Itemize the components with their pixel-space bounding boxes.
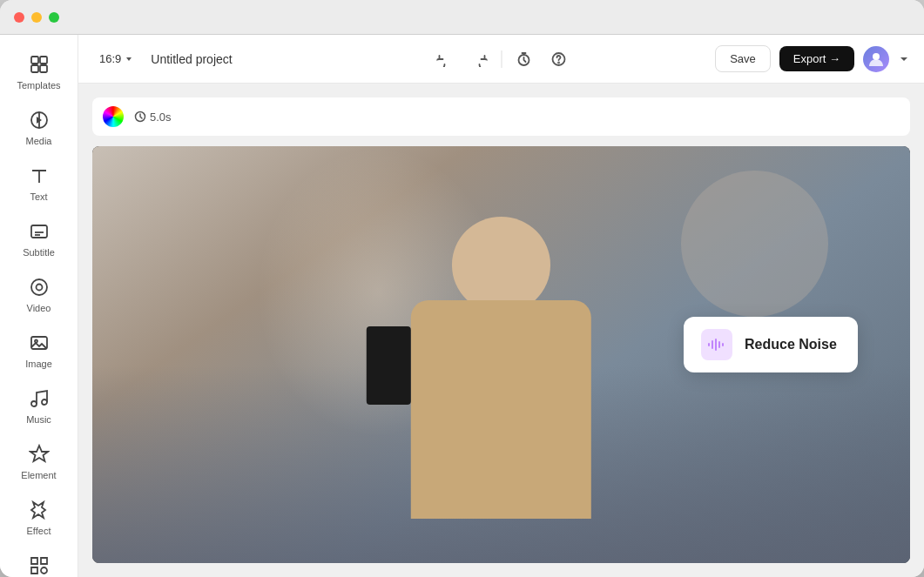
main-area: 16:9 Untitled project [78,35,924,577]
maximize-button[interactable] [49,12,59,23]
app-body: Templates Media [0,35,924,577]
svg-rect-24 [715,339,717,351]
undo-button[interactable] [431,46,457,72]
avatar-dropdown-icon [898,53,910,65]
titlebar [0,0,924,35]
image-label: Image [25,359,52,369]
svg-point-12 [36,285,42,291]
phone-prop [367,326,412,406]
person-silhouette [276,195,725,563]
svg-rect-1 [40,57,47,64]
app-window: Templates Media [0,0,924,577]
svg-rect-23 [712,340,713,349]
svg-rect-2 [31,65,38,72]
svg-point-15 [31,401,37,406]
tools-icon [27,554,51,577]
effect-label: Effect [27,526,51,536]
svg-point-20 [873,53,880,60]
element-icon [27,442,51,466]
sidebar-item-text[interactable]: Text [8,157,71,209]
reduce-noise-popup: Reduce Noise [684,317,858,372]
text-icon [27,164,51,188]
project-title: Untitled project [151,52,232,66]
duration-badge: 5.0s [134,111,172,124]
svg-point-16 [42,399,47,405]
sidebar: Templates Media [0,35,78,577]
sidebar-item-media[interactable]: Media [8,101,71,153]
video-icon [27,275,51,299]
svg-point-19 [558,62,559,63]
person-head [452,217,551,313]
video-background: Reduce Noise [92,146,910,563]
redo-button[interactable] [466,46,492,72]
save-button[interactable]: Save [715,45,771,72]
close-button[interactable] [14,12,24,23]
sidebar-item-templates[interactable]: Templates [8,45,71,97]
video-canvas: Reduce Noise [92,146,910,563]
export-label: Export → [793,52,840,65]
toolbar-divider [501,50,502,68]
content-area: 5.0s [78,84,924,577]
svg-point-11 [31,279,47,295]
toolbar-center [431,46,571,72]
element-label: Element [21,470,56,480]
svg-rect-22 [708,343,710,346]
timer-button[interactable] [510,46,536,72]
minimize-button[interactable] [31,12,42,23]
person-body [411,300,591,520]
help-button[interactable] [545,46,571,72]
svg-rect-3 [40,65,47,72]
toolbar-left: 16:9 Untitled project [92,49,233,69]
svg-point-14 [35,340,37,343]
toolbar: 16:9 Untitled project [78,35,924,84]
music-icon [27,386,51,411]
sidebar-item-video[interactable]: Video [8,268,71,320]
video-label: Video [27,303,51,313]
aspect-ratio-button[interactable]: 16:9 [92,49,140,69]
sidebar-item-effect[interactable]: Effect [8,491,71,543]
noise-icon-container [701,329,732,360]
sidebar-item-music[interactable]: Music [8,379,71,432]
sidebar-item-element[interactable]: Element [8,435,71,487]
user-avatar[interactable] [863,46,889,72]
image-icon [27,331,51,355]
aspect-ratio-label: 16:9 [99,52,121,65]
text-label: Text [30,191,47,202]
subtitle-icon [27,219,51,244]
canvas-container: Reduce Noise [92,146,910,563]
svg-rect-0 [31,57,38,64]
effect-icon [27,498,51,522]
music-label: Music [26,414,51,425]
clock-icon [134,111,146,123]
media-icon [27,108,51,132]
export-button[interactable]: Export → [779,46,854,71]
top-bar: 5.0s [92,97,910,136]
templates-label: Templates [17,80,60,91]
sidebar-item-tools[interactable]: Tools [8,547,71,577]
reduce-noise-label: Reduce Noise [745,337,837,352]
subtitle-label: Subtitle [23,247,55,258]
color-wheel[interactable] [103,106,124,127]
media-label: Media [26,136,52,146]
duration-text: 5.0s [150,111,172,124]
svg-rect-25 [718,341,720,348]
templates-icon [27,52,51,77]
sidebar-item-image[interactable]: Image [8,324,71,376]
waveform-icon [707,335,726,354]
svg-rect-26 [722,343,724,346]
toolbar-right: Save Export → [715,45,910,72]
mirror-bg [681,171,828,317]
sidebar-item-subtitle[interactable]: Subtitle [8,212,71,265]
